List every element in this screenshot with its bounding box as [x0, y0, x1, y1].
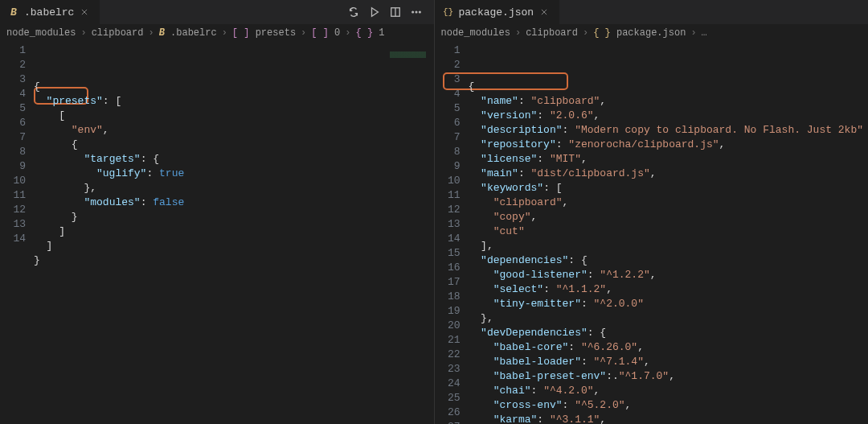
code-line[interactable]: "cut"	[469, 224, 869, 239]
code-line[interactable]: "clipboard",	[469, 196, 869, 210]
close-icon[interactable]	[538, 6, 550, 18]
breadcrumb-item[interactable]: node_modules	[441, 27, 510, 39]
line-gutter: 1234567891011121314	[0, 42, 34, 424]
code-line[interactable]: "main": "dist/clipboard.js",	[469, 167, 869, 181]
breadcrumb-item[interactable]: { } 1	[356, 27, 385, 39]
code-line[interactable]: "cross-env": "^5.2.0",	[469, 398, 869, 413]
tab-package-json[interactable]: {} package.json	[435, 0, 560, 24]
code-line[interactable]: "chai": "^4.2.0",	[469, 384, 869, 398]
tab-bar: {} package.json	[435, 0, 869, 24]
code-line[interactable]: {	[34, 80, 434, 94]
code-line[interactable]: {	[34, 138, 434, 152]
code-editor[interactable]: 1234567891011121314151617181920212223242…	[435, 42, 869, 424]
code-line[interactable]: "copy",	[469, 210, 869, 224]
code-line[interactable]: "babel-core": "^6.26.0",	[469, 340, 869, 355]
breadcrumb-item[interactable]: clipboard	[92, 27, 144, 39]
code-line[interactable]: "description": "Modern copy to clipboard…	[469, 123, 869, 138]
code-line[interactable]: "version": "2.0.6",	[469, 109, 869, 123]
code-content[interactable]: { "name": "clipboard", "version": "2.0.6…	[469, 42, 869, 424]
code-line[interactable]: ]	[34, 224, 434, 239]
breadcrumb[interactable]: node_modules›clipboard›B .babelrc›[ ] pr…	[0, 24, 434, 42]
code-line[interactable]: },	[34, 181, 434, 196]
json-file-icon: {}	[443, 6, 454, 18]
code-line[interactable]: "good-listener": "^1.2.2",	[469, 268, 869, 282]
tab-label: package.json	[459, 6, 534, 19]
breadcrumb[interactable]: node_modules›clipboard›{ } package.json›…	[435, 24, 869, 42]
code-line[interactable]: }	[34, 210, 434, 224]
split-icon[interactable]	[389, 6, 402, 19]
code-line[interactable]: "select": "^1.1.2",	[469, 282, 869, 297]
tab-bar: B .babelrc	[0, 0, 434, 24]
code-editor[interactable]: 1234567891011121314 { "presets": [ [ "en…	[0, 42, 434, 424]
svg-point-3	[419, 11, 420, 13]
code-line[interactable]: "devDependencies": {	[469, 326, 869, 340]
breadcrumb-item[interactable]: [ ] 0	[311, 27, 340, 39]
breadcrumb-item[interactable]: B .babelrc	[159, 27, 217, 39]
code-line[interactable]: "babel-preset-env":."^1.7.0",	[469, 369, 869, 384]
code-line[interactable]: "repository": "zenorocha/clipboard.js",	[469, 138, 869, 152]
minimap[interactable]	[386, 42, 434, 424]
run-icon[interactable]	[368, 6, 381, 19]
close-icon[interactable]	[79, 6, 90, 18]
editor-pane-right: {} package.json node_modules›clipboard›{…	[435, 0, 869, 424]
line-gutter: 1234567891011121314151617181920212223242…	[435, 42, 469, 424]
svg-point-1	[411, 11, 413, 13]
code-line[interactable]: "keywords": [	[469, 181, 869, 196]
code-line[interactable]: "name": "clipboard",	[469, 94, 869, 109]
code-line[interactable]: "targets": {	[34, 152, 434, 167]
code-line[interactable]: {	[469, 80, 869, 94]
svg-point-2	[416, 11, 417, 13]
code-line[interactable]	[34, 268, 434, 282]
code-line[interactable]: [	[34, 109, 434, 123]
code-line[interactable]: "modules": false	[34, 196, 434, 210]
breadcrumb-item[interactable]: { } package.json	[593, 27, 686, 39]
code-line[interactable]: "env",	[34, 123, 434, 138]
more-icon[interactable]	[410, 6, 423, 19]
tab-babelrc[interactable]: B .babelrc	[0, 0, 100, 24]
code-line[interactable]: }	[34, 253, 434, 268]
cycle-icon[interactable]	[347, 6, 360, 19]
code-line[interactable]: "karma": "^3.1.1",	[469, 413, 869, 424]
tab-label: .babelrc	[24, 6, 74, 19]
code-line[interactable]: "babel-loader": "^7.1.4",	[469, 355, 869, 369]
code-line[interactable]: "presets": [	[34, 94, 434, 109]
babel-file-icon: B	[8, 6, 19, 18]
breadcrumb-item[interactable]: clipboard	[526, 27, 578, 39]
code-content[interactable]: { "presets": [ [ "env", { "targets": { "…	[34, 42, 434, 424]
code-line[interactable]: "uglify": true	[34, 167, 434, 181]
code-line[interactable]: "dependencies": {	[469, 253, 869, 268]
code-line[interactable]: "license": "MIT",	[469, 152, 869, 167]
breadcrumb-item[interactable]: node_modules	[6, 27, 76, 39]
tab-actions	[347, 6, 434, 19]
code-line[interactable]: "tiny-emitter": "^2.0.0"	[469, 297, 869, 311]
code-line[interactable]: ]	[34, 239, 434, 253]
breadcrumb-item[interactable]: …	[702, 27, 707, 39]
code-line[interactable]: },	[469, 311, 869, 326]
code-line[interactable]: ],	[469, 239, 869, 253]
breadcrumb-item[interactable]: [ ] presets	[232, 27, 296, 39]
editor-pane-left: B .babelrc node_modules›clipboard›B .bab…	[0, 0, 435, 424]
